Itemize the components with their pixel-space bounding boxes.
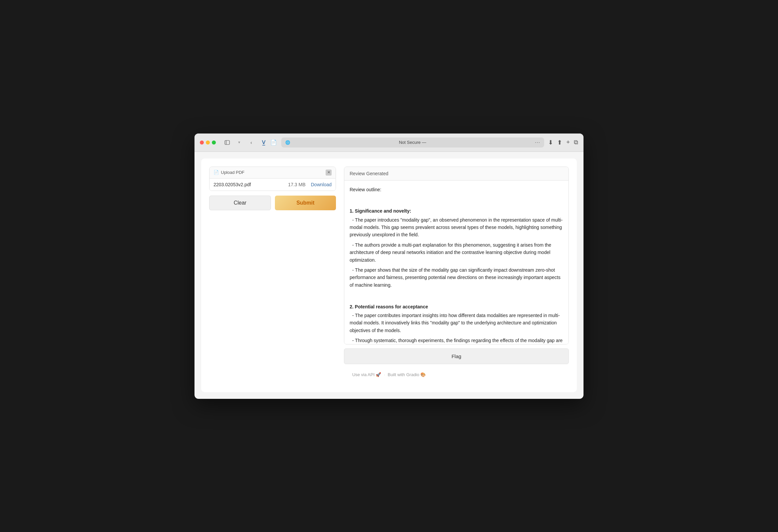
review-content[interactable]: Review outline: 1. Significance and nove…	[344, 180, 568, 344]
share-icon[interactable]: ⬆	[557, 139, 562, 146]
new-tab-icon[interactable]: +	[566, 139, 570, 146]
back-button[interactable]: ‹	[246, 138, 256, 147]
footer: Use via API 🚀 · Built with Gradio 🎨	[209, 367, 569, 382]
tabs-icon[interactable]: ⧉	[574, 139, 578, 146]
section-2-bullet-1: - The paper contributes important insigh…	[349, 312, 563, 334]
section-2-bullet-2: - Through systematic, thorough experimen…	[349, 337, 563, 344]
api-link-text: Use via API	[352, 372, 375, 377]
review-header: Review Generated	[344, 167, 568, 180]
browser-window: ▼ ‹ V̲ 📄 🌐 Not Secure — ··· ⬇ ⬆ + ⧉	[194, 134, 584, 399]
gradio-icon: 🎨	[420, 372, 426, 377]
main-layout: 📄 Upload PDF ✕ 2203.02053v2.pdf 17.3 MB …	[209, 166, 569, 364]
review-outline-title: Review outline:	[349, 186, 563, 193]
vite-icon: V̲	[260, 139, 267, 146]
page-content: 📄 Upload PDF ✕ 2203.02053v2.pdf 17.3 MB …	[201, 159, 577, 392]
flag-button[interactable]: Flag	[344, 349, 569, 364]
left-panel: 📄 Upload PDF ✕ 2203.02053v2.pdf 17.3 MB …	[209, 166, 336, 364]
section-1-title: 1. Significance and novelty:	[349, 207, 563, 215]
api-link[interactable]: Use via API 🚀	[352, 372, 381, 377]
svg-rect-0	[225, 141, 230, 145]
download-browser-icon[interactable]: ⬇	[548, 139, 553, 146]
tab-icons: V̲ 📄	[260, 139, 277, 146]
right-panel: Review Generated Review outline: 1. Sign…	[344, 166, 569, 364]
section-1-bullet-3: - The paper shows that the size of the m…	[349, 266, 563, 289]
flag-section: Flag	[344, 349, 569, 364]
page-icon[interactable]: 📄	[270, 139, 277, 146]
file-size: 17.3 MB	[288, 182, 306, 187]
section-2-title: 2. Potential reasons for acceptance	[349, 303, 563, 310]
rocket-icon: 🚀	[376, 372, 381, 377]
url-bar[interactable]: 🌐 Not Secure — ···	[281, 138, 544, 148]
upload-label-text: Upload PDF	[221, 170, 244, 175]
section-1-bullet-1: - The paper introduces "modality gap", a…	[349, 216, 563, 239]
minimize-traffic-light[interactable]	[206, 141, 210, 145]
clear-button[interactable]: Clear	[209, 196, 271, 210]
submit-button[interactable]: Submit	[275, 196, 336, 210]
close-traffic-light[interactable]	[200, 141, 204, 145]
maximize-traffic-light[interactable]	[212, 141, 216, 145]
gradio-link[interactable]: Built with Gradio 🎨	[388, 372, 426, 377]
url-text: Not Secure —	[293, 140, 532, 145]
globe-icon: 🌐	[285, 140, 290, 145]
review-section: Review Generated Review outline: 1. Sign…	[344, 166, 569, 345]
browser-chrome: ▼ ‹ V̲ 📄 🌐 Not Secure — ··· ⬇ ⬆ + ⧉	[194, 134, 584, 152]
chevron-down-icon[interactable]: ▼	[235, 138, 244, 147]
upload-label: 📄 Upload PDF	[214, 170, 244, 175]
browser-nav: ▼ ‹	[223, 138, 256, 147]
traffic-lights	[200, 141, 216, 145]
file-name: 2203.02053v2.pdf	[214, 182, 283, 187]
footer-separator: ·	[384, 372, 385, 377]
file-info-row: 2203.02053v2.pdf 17.3 MB Download	[210, 178, 336, 191]
url-menu-icon[interactable]: ···	[535, 140, 540, 146]
download-link[interactable]: Download	[311, 182, 332, 187]
section-1-bullet-2: - The authors provide a multi-part expla…	[349, 241, 563, 264]
gradio-link-text: Built with Gradio	[388, 372, 419, 377]
close-upload-button[interactable]: ✕	[326, 169, 332, 175]
browser-actions: ⬇ ⬆ + ⧉	[548, 139, 578, 146]
upload-section: 📄 Upload PDF ✕ 2203.02053v2.pdf 17.3 MB …	[209, 166, 336, 191]
file-icon: 📄	[214, 170, 219, 175]
sidebar-toggle-button[interactable]	[223, 138, 232, 147]
upload-header: 📄 Upload PDF ✕	[210, 167, 336, 178]
button-row: Clear Submit	[209, 196, 336, 210]
